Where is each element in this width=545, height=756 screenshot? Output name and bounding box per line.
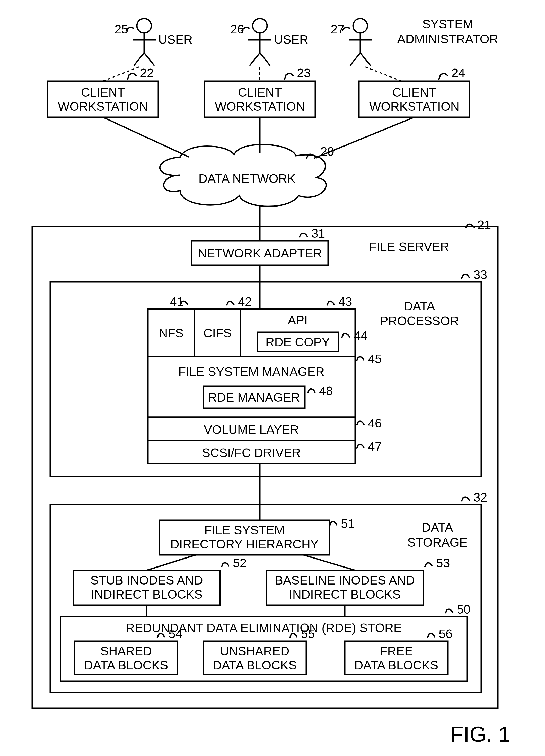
svg-text:CLIENT: CLIENT bbox=[238, 85, 282, 99]
svg-line-9 bbox=[250, 53, 260, 66]
svg-point-12 bbox=[353, 19, 367, 33]
ref-32: 32 bbox=[473, 491, 487, 504]
volume-layer: VOLUME LAYER 46 bbox=[148, 416, 382, 440]
svg-text:WORKSTATION: WORKSTATION bbox=[215, 100, 305, 113]
svg-text:FILE SYSTEM: FILE SYSTEM bbox=[204, 523, 284, 537]
svg-line-15 bbox=[350, 53, 360, 66]
figure-label: FIG. 1 bbox=[450, 722, 510, 746]
svg-line-17 bbox=[365, 67, 401, 81]
svg-line-3 bbox=[134, 53, 144, 66]
svg-text:DATA BLOCKS: DATA BLOCKS bbox=[84, 658, 168, 672]
svg-text:STORAGE: STORAGE bbox=[407, 536, 467, 549]
label-user-1: USER bbox=[158, 33, 193, 46]
svg-text:RDE MANAGER: RDE MANAGER bbox=[208, 391, 300, 404]
label-sysadmin-1: SYSTEM bbox=[422, 17, 473, 31]
svg-text:VOLUME LAYER: VOLUME LAYER bbox=[204, 423, 299, 436]
svg-text:PROCESSOR: PROCESSOR bbox=[380, 314, 459, 328]
svg-text:SHARED: SHARED bbox=[100, 644, 152, 658]
ref-51: 51 bbox=[341, 517, 354, 530]
svg-text:DATA: DATA bbox=[404, 299, 435, 313]
svg-line-10 bbox=[260, 53, 270, 66]
actor-27: 27 SYSTEM ADMINISTRATOR bbox=[331, 17, 498, 81]
ref-22: 22 bbox=[140, 66, 154, 80]
svg-text:FREE: FREE bbox=[380, 644, 413, 658]
svg-point-0 bbox=[137, 19, 151, 33]
svg-text:UNSHARED: UNSHARED bbox=[220, 644, 289, 658]
svg-text:CIFS: CIFS bbox=[203, 326, 231, 340]
ref-45: 45 bbox=[368, 352, 382, 366]
svg-text:NETWORK ADAPTER: NETWORK ADAPTER bbox=[198, 246, 322, 260]
ref-43: 43 bbox=[338, 295, 352, 308]
actor-26: 26 USER bbox=[230, 19, 308, 81]
label-sysadmin-2: ADMINISTRATOR bbox=[397, 32, 498, 46]
diagram-root: 25 USER 26 USER 27 SYSTEM ADMINISTRATOR … bbox=[0, 0, 545, 756]
ref-24: 24 bbox=[451, 66, 465, 80]
ref-44: 44 bbox=[354, 329, 367, 342]
ref-23: 23 bbox=[297, 66, 310, 80]
label-file-server: FILE SERVER bbox=[369, 240, 449, 254]
svg-text:INDIRECT BLOCKS: INDIRECT BLOCKS bbox=[289, 588, 401, 601]
svg-text:BASELINE  INODES AND: BASELINE INODES AND bbox=[275, 573, 415, 587]
svg-text:INDIRECT BLOCKS: INDIRECT BLOCKS bbox=[91, 588, 203, 601]
svg-text:API: API bbox=[288, 313, 307, 327]
ref-50: 50 bbox=[457, 603, 470, 616]
ref-56: 56 bbox=[439, 627, 452, 641]
ref-20: 20 bbox=[320, 145, 334, 158]
svg-text:RDE COPY: RDE COPY bbox=[266, 335, 330, 349]
fs-directory-hierarchy: FILE SYSTEM DIRECTORY HIERARCHY 51 bbox=[160, 517, 354, 555]
svg-line-16 bbox=[360, 53, 370, 66]
ref-33: 33 bbox=[473, 268, 487, 281]
svg-text:WORKSTATION: WORKSTATION bbox=[369, 100, 459, 113]
ref-46: 46 bbox=[368, 416, 382, 430]
svg-point-6 bbox=[253, 19, 267, 33]
svg-text:CLIENT: CLIENT bbox=[81, 85, 125, 99]
svg-text:DATA BLOCKS: DATA BLOCKS bbox=[354, 658, 438, 672]
svg-text:DATA BLOCKS: DATA BLOCKS bbox=[213, 658, 297, 672]
ref-31: 31 bbox=[311, 227, 325, 240]
svg-text:DATA: DATA bbox=[422, 521, 453, 534]
svg-text:NFS: NFS bbox=[159, 326, 184, 340]
file-system-manager: FILE SYSTEM MANAGER 45 RDE MANAGER 48 bbox=[148, 352, 382, 417]
ref-53: 53 bbox=[436, 556, 450, 570]
ref-41: 41 bbox=[170, 295, 184, 308]
svg-text:REDUNDANT DATA ELIMINATION (RD: REDUNDANT DATA ELIMINATION (RDE) STORE bbox=[126, 621, 402, 635]
ref-47: 47 bbox=[368, 440, 382, 453]
ref-52: 52 bbox=[233, 556, 247, 570]
ref-55: 55 bbox=[301, 627, 315, 641]
label-cloud: DATA NETWORK bbox=[199, 172, 296, 185]
scsi-fc-driver: SCSI/FC DRIVER 47 bbox=[148, 440, 382, 463]
ref-26: 26 bbox=[230, 22, 244, 36]
svg-text:FILE SYSTEM MANAGER: FILE SYSTEM MANAGER bbox=[178, 365, 324, 379]
svg-text:CLIENT: CLIENT bbox=[392, 85, 436, 99]
ref-54: 54 bbox=[169, 627, 182, 641]
svg-text:DIRECTORY HIERARCHY: DIRECTORY HIERARCHY bbox=[170, 537, 318, 551]
svg-text:SCSI/FC DRIVER: SCSI/FC DRIVER bbox=[202, 446, 301, 460]
ref-25: 25 bbox=[115, 22, 128, 36]
cloud-data-network: DATA NETWORK 20 bbox=[160, 144, 334, 206]
workstation-22: CLIENT WORKSTATION 22 bbox=[48, 66, 158, 117]
ref-21: 21 bbox=[477, 218, 491, 232]
svg-line-4 bbox=[144, 53, 154, 66]
svg-line-27 bbox=[103, 117, 189, 157]
ref-27: 27 bbox=[331, 22, 344, 36]
svg-text:WORKSTATION: WORKSTATION bbox=[58, 100, 148, 113]
label-user-2: USER bbox=[274, 33, 308, 46]
workstation-24: CLIENT WORKSTATION 24 bbox=[359, 66, 470, 117]
ref-48: 48 bbox=[319, 384, 333, 398]
ref-42: 42 bbox=[238, 295, 252, 308]
svg-text:STUB INODES AND: STUB INODES AND bbox=[90, 573, 203, 587]
